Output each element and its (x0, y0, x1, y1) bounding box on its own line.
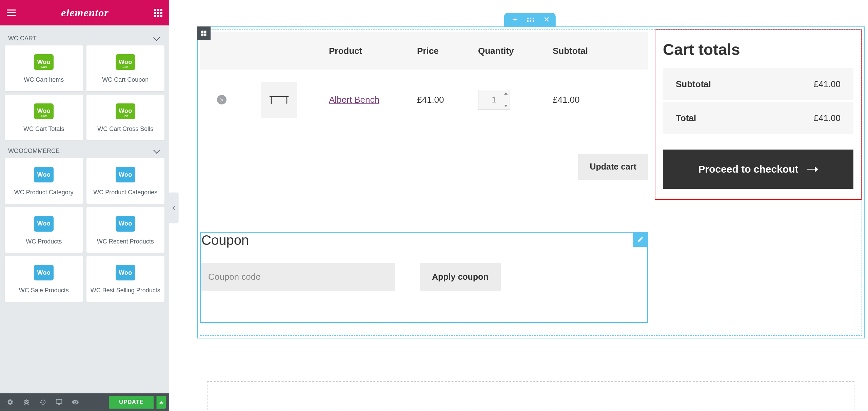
woo-icon: Woo (34, 216, 54, 232)
product-link[interactable]: Albert Bench (329, 95, 379, 105)
left-column: Product Price Quantity Subtotal Albert B… (200, 30, 648, 335)
widget-label: WC Products (26, 238, 62, 246)
widget-label: WC Cart Items (24, 76, 64, 84)
cart-totals-widget: Cart totals Subtotal £41.00 Total £41.00… (655, 30, 862, 200)
woo-icon: Woo (116, 167, 135, 182)
item-price: £41.00 (417, 95, 478, 105)
remove-item-button[interactable] (217, 95, 226, 104)
panel-bottom-bar: UPDATE (0, 393, 169, 411)
widgets-panel-icon[interactable] (154, 9, 162, 17)
woo-cart-icon: WooCart (34, 103, 54, 119)
widget-wc-product-category[interactable]: Woo WC Product Category (5, 158, 83, 204)
item-subtotal: £41.00 (553, 95, 648, 105)
woo-icon: Woo (116, 265, 135, 280)
col-price: Price (417, 46, 478, 56)
totals-total-row: Total £41.00 (663, 102, 853, 136)
add-section-icon[interactable]: + (512, 15, 518, 24)
woo-cart-icon: WooCart (116, 103, 135, 119)
widget-label: WC Cart Coupon (102, 76, 149, 84)
elementor-panel: elementor WC CART WooCart WC Cart Items … (0, 0, 169, 411)
widget-label: WC Recent Products (97, 238, 154, 246)
woo-icon: Woo (116, 216, 135, 232)
product-thumbnail[interactable] (261, 82, 297, 118)
widget-wc-recent-products[interactable]: Woo WC Recent Products (86, 207, 165, 253)
subtotal-label: Subtotal (676, 79, 711, 90)
settings-icon[interactable] (3, 396, 17, 408)
remove-section-icon[interactable]: ✕ (544, 15, 550, 24)
update-options-button[interactable] (156, 396, 166, 409)
preview-icon[interactable] (68, 396, 82, 408)
right-column: Cart totals Subtotal £41.00 Total £41.00… (655, 30, 862, 335)
navigator-icon[interactable] (20, 396, 33, 408)
section-outline: Product Price Quantity Subtotal Albert B… (197, 26, 865, 338)
section-handle[interactable]: + ✕ (504, 13, 556, 26)
subtotal-value: £41.00 (813, 79, 841, 90)
widget-wc-cart-totals[interactable]: WooCart WC Cart Totals (5, 95, 83, 140)
column-handle[interactable] (197, 26, 211, 40)
col-quantity: Quantity (478, 46, 553, 56)
widget-wc-cart-cross-sells[interactable]: WooCart WC Cart Cross Sells (86, 95, 165, 140)
editor-canvas: + ✕ Product Price Quantity Subtotal (192, 0, 868, 411)
coupon-code-input[interactable] (201, 263, 395, 291)
responsive-icon[interactable] (52, 396, 66, 408)
widget-label: WC Cart Cross Sells (97, 125, 153, 133)
woo-cart-icon: WooCart (34, 54, 54, 70)
woo-icon: Woo (34, 265, 54, 280)
menu-toggle-icon[interactable] (7, 9, 16, 16)
category-label: WOOCOMMERCE (8, 148, 60, 155)
qty-decrease-icon[interactable] (504, 105, 508, 107)
totals-subtotal-row: Subtotal £41.00 (663, 68, 853, 102)
history-icon[interactable] (36, 396, 50, 408)
category-wc-cart[interactable]: WC CART (5, 30, 164, 45)
bench-icon (269, 95, 289, 105)
cart-totals-title: Cart totals (663, 40, 853, 59)
widget-wc-best-selling-products[interactable]: Woo WC Best Selling Products (86, 256, 165, 302)
add-section-drop-area[interactable] (207, 381, 854, 410)
chevron-down-icon (153, 34, 160, 41)
drag-handle-icon[interactable] (527, 18, 534, 22)
cart-items-widget: Product Price Quantity Subtotal Albert B… (200, 32, 648, 180)
widget-label: WC Product Category (14, 189, 74, 196)
widget-wc-cart-items[interactable]: WooCart WC Cart Items (5, 45, 83, 91)
coupon-widget: Coupon Apply coupon (200, 232, 648, 323)
category-label: WC CART (8, 35, 37, 42)
chevron-left-icon (172, 206, 177, 210)
panel-collapse-toggle[interactable] (169, 193, 178, 223)
cart-header-row: Product Price Quantity Subtotal (200, 32, 648, 70)
col-subtotal: Subtotal (553, 46, 648, 56)
apply-coupon-button[interactable]: Apply coupon (420, 263, 501, 291)
inner-section-grid: Product Price Quantity Subtotal Albert B… (200, 29, 862, 336)
category-woocommerce[interactable]: WOOCOMMERCE (5, 143, 164, 158)
widget-wc-products[interactable]: Woo WC Products (5, 207, 83, 253)
coupon-title: Coupon (201, 233, 643, 248)
update-button[interactable]: UPDATE (109, 396, 154, 409)
caret-up-icon (159, 401, 163, 404)
edit-widget-handle[interactable] (633, 232, 648, 247)
widget-wc-product-categories[interactable]: Woo WC Product Categories (86, 158, 165, 204)
widget-label: WC Best Selling Products (91, 287, 160, 294)
chevron-down-icon (153, 147, 160, 154)
woo-cart-icon: WooCart (116, 54, 135, 70)
panel-topbar: elementor (0, 0, 169, 25)
panel-body: WC CART WooCart WC Cart Items WooCart WC… (0, 25, 169, 393)
widget-label: WC Cart Totals (23, 125, 64, 133)
total-label: Total (676, 113, 696, 123)
checkout-label: Proceed to checkout (698, 163, 798, 175)
widget-grid-wc-cart: WooCart WC Cart Items WooCart WC Cart Co… (5, 45, 164, 140)
brand-logo: elementor (61, 6, 109, 19)
woo-icon: Woo (34, 167, 54, 182)
qty-increase-icon[interactable] (504, 92, 508, 95)
cart-item-row: Albert Bench £41.00 1 £41.00 (200, 70, 648, 135)
widget-wc-cart-coupon[interactable]: WooCart WC Cart Coupon (86, 45, 165, 91)
widget-label: WC Product Categories (93, 189, 157, 196)
widget-grid-woocommerce: Woo WC Product Category Woo WC Product C… (5, 158, 164, 302)
proceed-to-checkout-button[interactable]: Proceed to checkout (663, 150, 853, 189)
update-cart-button[interactable]: Update cart (578, 154, 648, 180)
col-product: Product (329, 46, 417, 56)
widget-wc-sale-products[interactable]: Woo WC Sale Products (5, 256, 83, 302)
total-value: £41.00 (813, 113, 841, 123)
arrow-right-icon (807, 166, 818, 172)
widget-label: WC Sale Products (19, 287, 69, 294)
quantity-input[interactable]: 1 (478, 90, 510, 110)
